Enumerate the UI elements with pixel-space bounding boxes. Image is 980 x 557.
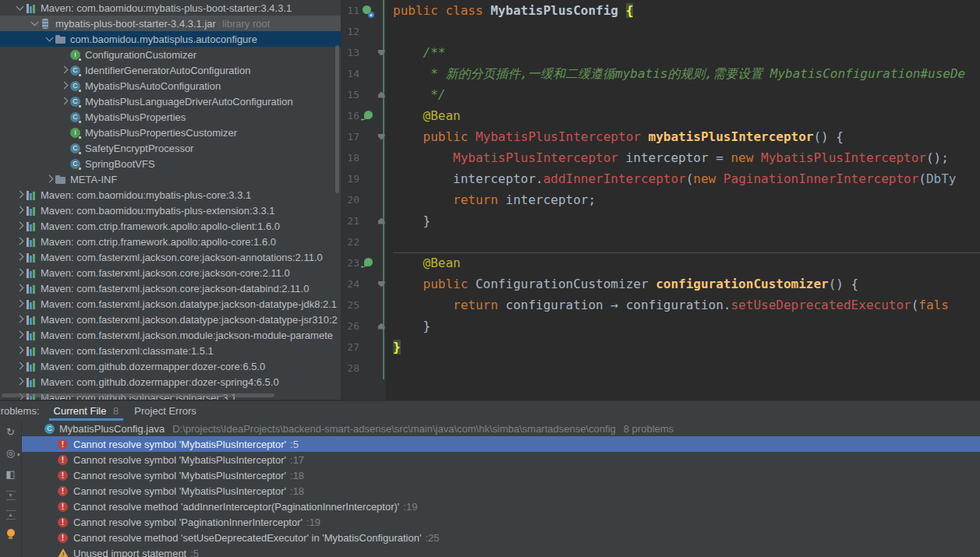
tree-item[interactable]: Maven: com.github.dozermapper:dozer-spri… bbox=[0, 374, 341, 390]
tree-item[interactable]: IConfigurationCustomizer bbox=[0, 47, 341, 62]
tree-item[interactable]: Maven: com.fasterxml.jackson.core:jackso… bbox=[0, 280, 341, 296]
chevron-right-icon[interactable] bbox=[14, 365, 26, 368]
code-line[interactable]: return interceptor; bbox=[393, 189, 980, 210]
tree-item[interactable]: Maven: com.fasterxml.jackson.datatype:ja… bbox=[0, 312, 341, 327]
tree-item[interactable]: mybatis-plus-boot-starter-3.4.3.1.jarlib… bbox=[0, 16, 341, 31]
tree-item[interactable]: CSpringBootVFS bbox=[0, 156, 341, 171]
code-line[interactable]: MybatisPlusInterceptor interceptor = new… bbox=[393, 147, 980, 168]
line-number[interactable]: 19 bbox=[341, 173, 359, 185]
code-line[interactable]: /** bbox=[393, 42, 980, 63]
chevron-right-icon[interactable] bbox=[14, 193, 26, 197]
problem-item[interactable]: !Unused import statement:5 bbox=[22, 545, 980, 557]
chevron-right-icon[interactable] bbox=[14, 271, 26, 275]
line-number[interactable]: 25 bbox=[341, 299, 359, 311]
tree-item[interactable]: Maven: com.baomidou:mybatis-plus-core:3.… bbox=[0, 187, 341, 203]
code-line[interactable]: public class MybatisPlusConfig { bbox=[393, 0, 980, 21]
tree-item[interactable]: Maven: com.fasterxml.jackson.module:jack… bbox=[0, 327, 341, 343]
code-line[interactable] bbox=[393, 231, 980, 252]
tree-item[interactable]: Maven: com.github.dozermapper:dozer-core… bbox=[0, 358, 341, 374]
chevron-right-icon[interactable] bbox=[14, 349, 26, 353]
chevron-right-icon[interactable] bbox=[14, 256, 26, 259]
chevron-right-icon[interactable] bbox=[14, 380, 26, 384]
chevron-right-icon[interactable] bbox=[14, 209, 26, 213]
tree-item[interactable]: Maven: com.baomidou:mybatis-plus-extensi… bbox=[0, 203, 341, 218]
code-line[interactable]: @Bean bbox=[393, 105, 980, 126]
tree-item[interactable]: Maven: com.fasterxml.jackson.core:jackso… bbox=[0, 265, 341, 280]
fold-marker-icon[interactable] bbox=[377, 281, 386, 287]
tab-current-file[interactable]: Current File 8 bbox=[46, 401, 127, 421]
tree-item[interactable]: META-INF bbox=[0, 171, 341, 187]
tree-item[interactable]: Maven: com.fasterxml.jackson.core:jackso… bbox=[0, 249, 341, 265]
fold-marker-icon[interactable] bbox=[377, 323, 386, 330]
spring-bean-icon[interactable]: ← bbox=[363, 111, 373, 122]
chevron-down-icon[interactable] bbox=[29, 22, 41, 25]
chevron-right-icon[interactable] bbox=[58, 69, 70, 72]
line-number[interactable]: 20 bbox=[341, 194, 359, 206]
code-line[interactable]: @Bean bbox=[393, 252, 980, 273]
code-line[interactable]: public MybatisPlusInterceptor mybatisPlu… bbox=[393, 126, 980, 147]
code-line[interactable] bbox=[393, 358, 980, 379]
problem-item[interactable]: !Cannot resolve method 'setUseDeprecated… bbox=[22, 530, 980, 545]
chevron-down-icon[interactable] bbox=[44, 37, 55, 41]
chevron-right-icon[interactable] bbox=[58, 84, 70, 88]
code-line[interactable]: } bbox=[393, 210, 980, 231]
fold-marker-icon[interactable] bbox=[377, 134, 386, 140]
chevron-right-icon[interactable] bbox=[14, 302, 26, 306]
line-number[interactable]: 17 bbox=[341, 131, 359, 143]
line-number[interactable]: 15 bbox=[341, 89, 359, 100]
tree-item[interactable]: IMybatisPlusPropertiesCustomizer bbox=[0, 125, 341, 140]
problem-item[interactable]: !Cannot resolve symbol 'MybatisPlusInter… bbox=[22, 483, 980, 499]
collapse-all-icon[interactable]: ▴ bbox=[6, 510, 16, 520]
chevron-right-icon[interactable] bbox=[58, 100, 70, 104]
expand-all-icon[interactable]: ▾ bbox=[6, 491, 16, 500]
bulb-icon[interactable] bbox=[5, 528, 17, 541]
problem-item[interactable]: !Cannot resolve symbol 'MybatisPlusInter… bbox=[22, 467, 980, 483]
line-number[interactable]: 18 bbox=[341, 152, 359, 164]
code-line[interactable]: interceptor.addInnerInterceptor(new Pagi… bbox=[393, 168, 980, 189]
tree-vertical-scrollbar[interactable] bbox=[335, 45, 339, 193]
code-line[interactable]: return configuration → configuration.set… bbox=[393, 294, 980, 316]
chevron-right-icon[interactable] bbox=[14, 240, 26, 244]
problem-item[interactable]: !Cannot resolve symbol 'MybatisPlusInter… bbox=[22, 436, 980, 452]
tree-item[interactable]: CMybatisPlusLanguageDriverAutoConfigurat… bbox=[0, 93, 341, 109]
problem-item[interactable]: !Cannot resolve symbol 'MybatisPlusInter… bbox=[22, 452, 980, 467]
line-number[interactable]: 28 bbox=[341, 362, 359, 374]
tree-item[interactable]: Maven: com.fasterxml.jackson.datatype:ja… bbox=[0, 296, 341, 312]
code-line[interactable]: } bbox=[393, 316, 980, 337]
line-number[interactable]: 23 bbox=[341, 257, 359, 269]
line-number[interactable]: 26 bbox=[341, 320, 359, 332]
problem-item[interactable]: !Cannot resolve symbol 'PaginationInnerI… bbox=[22, 514, 980, 530]
tree-item[interactable]: com.baomidou.mybatisplus.autoconfigure bbox=[0, 31, 341, 47]
tree-item[interactable]: Maven: com.ctrip.framework.apollo:apollo… bbox=[0, 218, 341, 234]
fold-marker-icon[interactable] bbox=[377, 50, 386, 56]
code-line[interactable] bbox=[393, 21, 980, 42]
line-number[interactable]: 12 bbox=[341, 26, 359, 37]
chevron-right-icon[interactable] bbox=[14, 287, 26, 291]
tree-item[interactable]: CSafetyEncryptProcessor bbox=[0, 140, 341, 156]
tree-horizontal-scrollbar[interactable] bbox=[2, 393, 274, 397]
chevron-right-icon[interactable] bbox=[44, 178, 55, 182]
tree-item[interactable]: CIdentifierGeneratorAutoConfiguration bbox=[0, 62, 341, 78]
tree-item[interactable]: CMybatisPlusAutoConfiguration bbox=[0, 78, 341, 93]
editor-code[interactable]: public class MybatisPlusConfig { /** * 新… bbox=[386, 0, 980, 400]
tree-item[interactable]: CMybatisPlusProperties bbox=[0, 109, 341, 125]
spring-config-icon[interactable]: e bbox=[363, 5, 373, 16]
code-line[interactable]: */ bbox=[393, 84, 980, 105]
line-number[interactable]: 14 bbox=[341, 68, 359, 79]
code-line[interactable]: public ConfigurationCustomizer configura… bbox=[393, 273, 980, 294]
tree-item[interactable]: Maven: com.baomidou:mybatis-plus-boot-st… bbox=[0, 0, 341, 16]
code-line[interactable]: } bbox=[393, 337, 980, 358]
fold-marker-icon[interactable] bbox=[377, 92, 386, 98]
tree-item[interactable]: Maven: com.fasterxml:classmate:1.5.1 bbox=[0, 343, 341, 358]
chevron-right-icon[interactable] bbox=[14, 333, 26, 337]
tab-project-errors[interactable]: Project Errors bbox=[126, 401, 203, 421]
line-number[interactable]: 24 bbox=[341, 278, 359, 290]
preview-toggle-icon[interactable]: ◧ bbox=[5, 468, 17, 481]
code-line[interactable]: * 新的分页插件,一缓和二缓遵循mybatis的规则,需要设置 MybatisC… bbox=[393, 63, 980, 84]
chevron-right-icon[interactable] bbox=[14, 224, 26, 228]
line-number[interactable]: 22 bbox=[341, 236, 359, 248]
problem-item[interactable]: !Cannot resolve method 'addInnerIntercep… bbox=[22, 499, 980, 514]
fold-marker-icon[interactable] bbox=[377, 218, 386, 224]
line-number[interactable]: 13 bbox=[341, 47, 359, 58]
view-options-icon[interactable]: ◎▾ bbox=[5, 447, 17, 460]
